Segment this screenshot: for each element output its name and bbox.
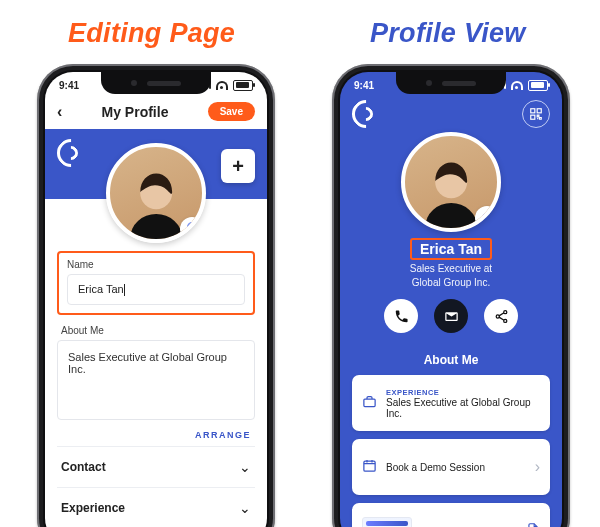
phone-frame-view: 9:41 (332, 64, 570, 527)
notch (396, 72, 506, 94)
card-line: Sales Executive at Global Group Inc. (386, 397, 540, 419)
add-photo-button[interactable]: + (221, 149, 255, 183)
about-input[interactable]: Sales Executive at Global Group Inc. (57, 340, 255, 420)
svg-rect-2 (531, 109, 535, 113)
edit-hero: Canada.org + (45, 129, 267, 199)
screen-view: 9:41 (340, 72, 562, 527)
wifi-icon (511, 81, 523, 90)
chevron-right-icon: › (535, 458, 540, 476)
profile-actions (384, 299, 518, 333)
about-label: About Me (61, 325, 251, 336)
heading-editing: Editing Page (68, 18, 235, 49)
status-time: 9:41 (354, 80, 374, 91)
deck-thumbnail (362, 517, 412, 527)
briefcase-icon (362, 394, 378, 413)
qr-icon (529, 107, 543, 121)
save-button[interactable]: Save (208, 102, 255, 121)
section-contact[interactable]: Contact ⌄ (57, 446, 255, 487)
avatar-person-icon (124, 165, 188, 239)
name-input[interactable]: Erica Tan (67, 274, 245, 305)
svg-rect-10 (364, 399, 375, 407)
back-button[interactable]: ‹ (57, 103, 62, 121)
name-field-highlight: Name Erica Tan (57, 251, 255, 315)
card-book-demo[interactable]: Book a Demo Session › (352, 439, 550, 495)
about-cards: EXPERIENCE Sales Executive at Global Gro… (340, 375, 562, 527)
document-icon (526, 522, 540, 527)
section-experience[interactable]: Experience ⌄ (57, 487, 255, 527)
call-button[interactable] (384, 299, 418, 333)
share-button[interactable] (484, 299, 518, 333)
name-value: Erica Tan (78, 283, 124, 295)
screen-editing: 9:41 ‹ My Profile Save (45, 72, 267, 527)
card-eyebrow: EXPERIENCE (386, 388, 540, 397)
avatar-person-icon (419, 154, 483, 228)
avatar[interactable]: Canada.org (106, 143, 206, 243)
chevron-down-icon: ⌄ (239, 500, 251, 516)
avatar-company-badge (475, 206, 499, 230)
section-contact-label: Contact (61, 460, 106, 474)
battery-icon (528, 80, 548, 91)
text-caret-icon (124, 284, 125, 296)
chevron-down-icon: ⌄ (239, 459, 251, 475)
notch (101, 72, 211, 94)
wifi-icon (216, 81, 228, 90)
share-icon (494, 309, 509, 324)
phone-icon (394, 309, 409, 324)
profile-name-highlight: Erica Tan (410, 238, 492, 260)
section-experience-label: Experience (61, 501, 125, 515)
svg-rect-11 (364, 461, 375, 471)
view-hero: Erica Tan Sales Executive atGlobal Group… (340, 130, 562, 341)
status-time: 9:41 (59, 80, 79, 91)
arrange-button[interactable]: ARRANGE (61, 430, 251, 440)
email-button[interactable] (434, 299, 468, 333)
name-label: Name (67, 259, 245, 270)
card-line: Book a Demo Session (386, 462, 527, 473)
card-sales-deck[interactable]: Sales Deck (352, 503, 550, 527)
svg-point-5 (425, 203, 477, 228)
profile-subtitle: Sales Executive atGlobal Group Inc. (410, 262, 492, 289)
about-heading: About Me (340, 353, 562, 367)
svg-point-0 (130, 214, 182, 239)
avatar-company-badge: Canada.org (180, 217, 204, 241)
mail-icon (444, 309, 459, 324)
heading-profile: Profile View (370, 18, 526, 49)
card-experience[interactable]: EXPERIENCE Sales Executive at Global Gro… (352, 375, 550, 431)
edit-header: ‹ My Profile Save (45, 98, 267, 129)
phone-frame-editing: 9:41 ‹ My Profile Save (37, 64, 275, 527)
view-topbar (340, 98, 562, 130)
avatar[interactable] (401, 132, 501, 232)
svg-rect-4 (531, 115, 535, 119)
calendar-icon (362, 458, 378, 477)
edit-form: Name Erica Tan About Me Sales Executive … (45, 251, 267, 527)
svg-rect-3 (537, 109, 541, 113)
brand-logo-icon (51, 133, 91, 173)
qr-share-button[interactable] (522, 100, 550, 128)
battery-icon (233, 80, 253, 91)
brand-logo-icon (346, 94, 386, 134)
page-title: My Profile (102, 104, 169, 120)
